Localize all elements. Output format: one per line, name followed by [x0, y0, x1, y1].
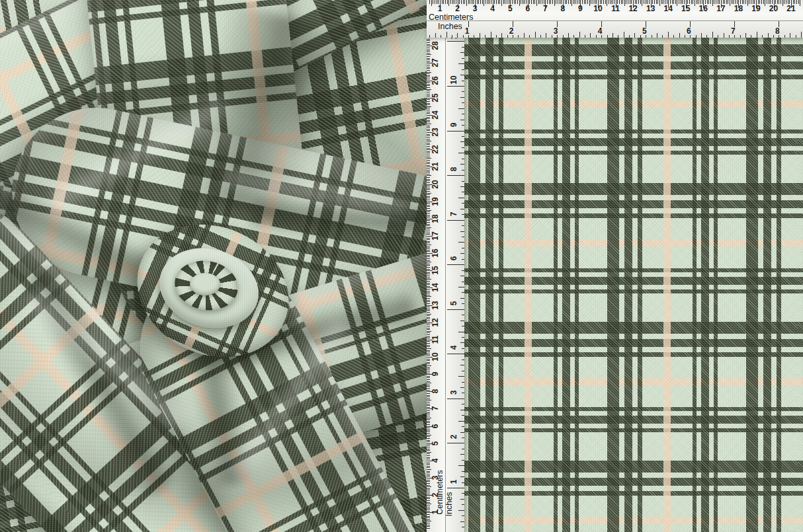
inch-number: 3 [450, 385, 458, 400]
inches-label: Inches [445, 492, 454, 517]
cm-tick [427, 267, 430, 268]
cm-tick [521, 0, 521, 4]
cm-tick [769, 0, 769, 4]
cm-tick [427, 256, 430, 257]
cm-tick [427, 104, 430, 105]
cm-tick [719, 0, 720, 4]
cm-tick [514, 0, 515, 4]
inch-tick [458, 510, 464, 511]
inch-tick [460, 387, 465, 388]
inch-tick [552, 35, 552, 38]
cm-tick [448, 0, 449, 6]
inch-tick [458, 332, 464, 332]
cm-tick [644, 0, 644, 4]
cm-tick [642, 0, 642, 6]
inch-tick [460, 253, 465, 254]
cm-tick [427, 419, 430, 420]
inch-tick [462, 282, 465, 282]
inch-tick [668, 32, 669, 38]
inch-tick [462, 136, 465, 137]
cm-tick [427, 295, 430, 295]
cm-tick [427, 379, 430, 380]
cm-tick [427, 452, 431, 453]
inch-tick [458, 63, 464, 64]
ruler-divider [445, 38, 446, 532]
cm-tick [427, 481, 430, 482]
cm-tick [427, 362, 430, 363]
cm-tick [427, 54, 431, 55]
cm-tick [531, 0, 532, 4]
cm-tick [427, 59, 430, 60]
inch-tick [458, 465, 464, 466]
cm-tick [679, 0, 679, 4]
cm-tick [782, 0, 783, 6]
cm-number: 20 [431, 176, 439, 192]
cm-tick [480, 0, 481, 4]
inch-tick [462, 303, 465, 304]
cm-tick [427, 96, 430, 96]
inch-tick [435, 33, 436, 38]
cm-tick [740, 0, 741, 4]
cm-number: 11 [609, 5, 622, 13]
inch-tick [474, 35, 474, 38]
cm-tick [427, 139, 430, 140]
cm-tick [427, 289, 430, 290]
cm-tick [429, 0, 430, 4]
inch-number: 4 [450, 340, 458, 356]
cm-tick [568, 0, 569, 4]
cm-tick [611, 0, 611, 4]
cm-tick [716, 0, 716, 4]
cm-tick [630, 0, 630, 4]
cm-tick [427, 126, 430, 126]
cm-tick [427, 324, 430, 324]
scrunched-fabric-photo [0, 0, 427, 532]
cm-tick [427, 82, 430, 83]
cm-tick [427, 188, 430, 188]
cm-tick [427, 328, 430, 328]
cm-number: 7 [538, 5, 552, 13]
cm-tick [589, 0, 590, 6]
inch-tick [529, 35, 530, 38]
cm-tick [427, 371, 430, 371]
cm-tick [672, 0, 673, 4]
cm-tick [487, 0, 488, 4]
cm-tick [427, 117, 430, 118]
cm-tick [784, 0, 784, 4]
cm-tick [585, 0, 586, 4]
cm-tick [754, 0, 755, 4]
cm-tick [427, 177, 430, 178]
cm-tick [427, 262, 431, 262]
cm-tick [427, 95, 430, 95]
cm-tick [427, 179, 430, 180]
cm-tick [427, 89, 431, 90]
inch-number: 10 [450, 72, 458, 88]
inch-number: 3 [549, 27, 562, 35]
cm-tick [427, 407, 430, 408]
cm-tick [427, 269, 430, 270]
cm-tick [427, 210, 431, 211]
cm-tick [726, 0, 727, 4]
cm-tick [798, 0, 799, 4]
cm-number: 9 [431, 366, 439, 382]
cm-tick [427, 134, 430, 135]
cm-tick [427, 87, 430, 88]
inch-tick [462, 225, 465, 226]
cm-tick [427, 124, 431, 124]
cm-tick [427, 309, 430, 309]
cm-tick [427, 193, 431, 194]
cm-number: 18 [431, 211, 439, 227]
cm-tick [427, 350, 430, 351]
cm-tick [761, 0, 762, 4]
inch-number: 9 [450, 117, 458, 133]
cm-tick [427, 200, 430, 200]
cm-tick [427, 255, 430, 256]
cm-tick [517, 0, 518, 4]
cm-tick [427, 278, 430, 278]
inch-tick [462, 181, 465, 182]
cm-tick [427, 486, 431, 487]
cm-tick [427, 222, 430, 223]
inch-tick [429, 35, 430, 38]
cm-tick [556, 0, 556, 4]
cm-tick [427, 143, 430, 143]
inch-tick [762, 35, 763, 38]
